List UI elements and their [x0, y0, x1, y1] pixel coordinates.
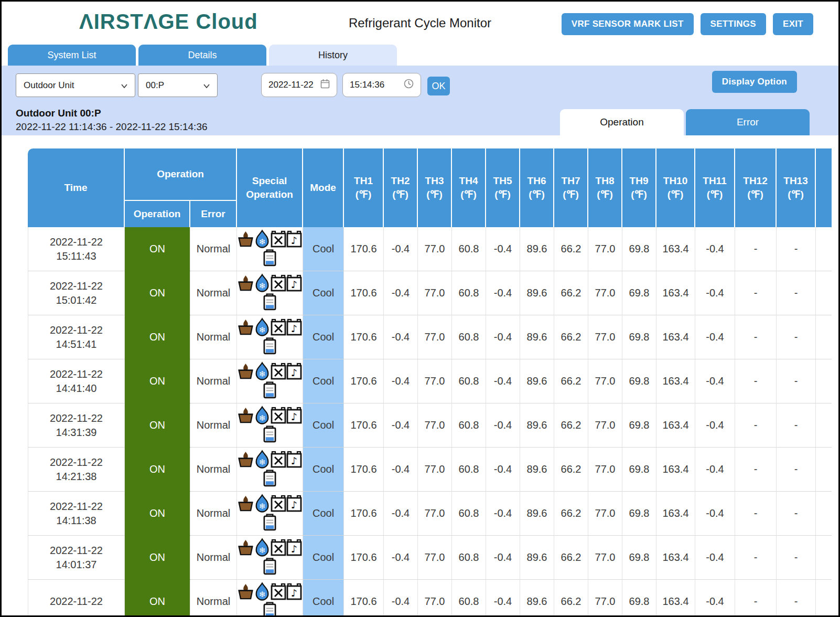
tab-details[interactable]: Details — [138, 45, 266, 66]
svg-text:♪: ♪ — [291, 587, 297, 599]
oil-recovery-icon — [238, 274, 254, 292]
table-row: 2022-11-22 14:01:37 ON Normal — [28, 536, 832, 580]
svg-text:♪: ♪ — [291, 235, 297, 246]
mode-cell: Cool — [303, 359, 344, 403]
operation-cell: ON — [125, 492, 190, 536]
th-value: 77.0 — [588, 271, 622, 315]
error-cell: Normal — [190, 403, 237, 448]
content-area: Time Operation Special Operation Mode TH… — [2, 148, 838, 617]
time-date: 2022-11-22 — [28, 235, 124, 249]
oil-recovery-icon — [238, 583, 254, 600]
th-value: 89.6 — [520, 536, 554, 580]
th-value: 66.2 — [554, 271, 588, 315]
th-value: -0.4 — [384, 580, 418, 615]
th-value: 170.6 — [344, 580, 384, 615]
cancel-box-icon — [271, 363, 286, 380]
svg-text:❄: ❄ — [259, 545, 266, 555]
tab-system-list[interactable]: System List — [8, 45, 136, 66]
display-option-button[interactable]: Display Option — [712, 71, 797, 93]
settings-button[interactable]: SETTINGS — [701, 13, 766, 35]
th-value: -0.4 — [695, 403, 735, 448]
operation-cell: ON — [125, 271, 190, 315]
time-date: 2022-11-22 — [28, 367, 124, 381]
th-value: -0.4 — [486, 536, 520, 580]
th-value: -0.4 — [384, 492, 418, 536]
error-status: Normal — [197, 287, 230, 299]
time-input[interactable]: 15:14:36 — [342, 73, 421, 97]
table-row: 2022-11-22 14:51:41 ON Normal — [28, 315, 832, 359]
mode-cell: Cool — [303, 227, 344, 271]
th-value: - — [735, 403, 777, 448]
th-value: 170.6 — [344, 448, 384, 492]
vrf-sensor-mark-list-button[interactable]: VRF SENSOR MARK LIST — [562, 13, 694, 35]
th-value: 77.0 — [588, 492, 622, 536]
tab-history[interactable]: History — [269, 45, 397, 66]
operation-cell: ON — [125, 403, 190, 448]
time-clock: 15:01:42 — [28, 293, 124, 307]
error-sub-header: Error — [190, 201, 237, 227]
cancel-box-icon — [271, 274, 286, 292]
th-value: 69.8 — [622, 359, 656, 403]
th-value: - — [735, 448, 777, 492]
operation-status: ON — [149, 375, 165, 387]
th-value: 77.0 — [588, 580, 622, 615]
oil-recovery-icon — [238, 451, 254, 468]
time-clock: 14:31:39 — [28, 425, 124, 440]
th-value: 77.0 — [588, 403, 622, 448]
error-cell: Normal — [190, 315, 237, 359]
unit-type-select[interactable]: Outdoor Unit — [16, 73, 135, 97]
melody-box-icon: ♪ — [286, 363, 302, 380]
th-column-header: TH6(℉) — [520, 148, 554, 227]
melody-box-icon: ♪ — [286, 583, 302, 600]
th-value — [816, 271, 832, 315]
th-value: 66.2 — [554, 227, 588, 271]
mode-value: Cool — [313, 287, 334, 299]
th-column-header: TH5(℉) — [486, 148, 520, 227]
date-input[interactable]: 2022-11-22 — [261, 73, 337, 97]
chevron-down-icon — [121, 80, 127, 91]
table-row: 2022-11-22 15:11:43 ON Normal — [28, 227, 832, 271]
unit-id-select[interactable]: 00:P — [138, 73, 218, 97]
mode-value: Cool — [313, 595, 334, 607]
special-operation-cell: ❄ — [237, 359, 303, 403]
th-value: 163.4 — [656, 580, 695, 615]
error-cell: Normal — [190, 227, 237, 271]
capacity-save-icon — [263, 337, 277, 357]
th-value: 60.8 — [452, 536, 486, 580]
mode-value: Cool — [313, 331, 334, 343]
th-value: 60.8 — [452, 227, 486, 271]
th-value: - — [777, 227, 816, 271]
view-tab-error[interactable]: Error — [686, 109, 810, 135]
operation-status: ON — [149, 551, 165, 563]
svg-text:❄: ❄ — [259, 369, 266, 378]
error-status: Normal — [197, 375, 230, 387]
th-value: 170.6 — [344, 271, 384, 315]
chevron-down-icon — [203, 80, 210, 91]
time-clock: 14:21:38 — [28, 470, 124, 484]
history-table-viewport[interactable]: Time Operation Special Operation Mode TH… — [28, 148, 832, 615]
error-cell: Normal — [190, 271, 237, 315]
th-value: -0.4 — [384, 315, 418, 359]
special-operation-cell: ❄ — [237, 448, 303, 492]
time-cell: 2022-11-22 15:11:43 — [28, 227, 125, 271]
error-cell: Normal — [190, 536, 237, 580]
oil-recovery-icon — [238, 539, 254, 556]
th-value: 77.0 — [588, 315, 622, 359]
ok-button[interactable]: OK — [427, 77, 450, 95]
exit-button[interactable]: EXIT — [773, 13, 813, 35]
operation-cell: ON — [125, 227, 190, 271]
th-value: 89.6 — [520, 448, 554, 492]
mode-cell: Cool — [303, 403, 344, 448]
th-column-header: TH4(℉) — [452, 148, 486, 227]
th-value: 89.6 — [520, 359, 554, 403]
th-value: 69.8 — [622, 536, 656, 580]
th-column-header: TH7(℉) — [554, 148, 588, 227]
capacity-save-icon — [263, 293, 277, 313]
th-column-header — [816, 148, 832, 227]
th-value: 69.8 — [622, 580, 656, 615]
defrost-icon: ❄ — [254, 538, 271, 557]
th-value: -0.4 — [384, 227, 418, 271]
svg-text:♪: ♪ — [291, 279, 297, 290]
view-tab-operation[interactable]: Operation — [560, 109, 684, 135]
th-value: 69.8 — [622, 315, 656, 359]
